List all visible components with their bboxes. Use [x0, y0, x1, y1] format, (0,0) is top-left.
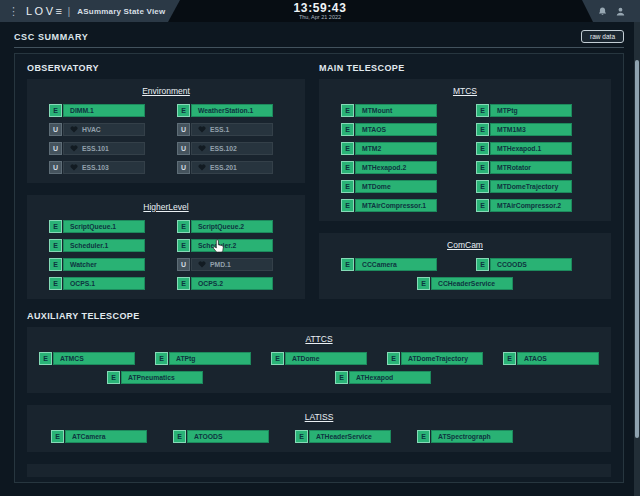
csc-chip[interactable]: UHVAC [49, 123, 145, 136]
csc-name: MTDomeTrajectory [490, 180, 572, 193]
csc-name: MTM1M3 [490, 123, 572, 136]
csc-chip[interactable]: EScheduler.1 [49, 239, 145, 252]
csc-state-badge: E [155, 352, 168, 365]
csc-name: PMD.1 [191, 258, 273, 271]
csc-name: MTAirCompressor.1 [355, 199, 437, 212]
csc-state-badge: U [49, 161, 62, 174]
kebab-menu-icon[interactable]: ⋮ [8, 0, 19, 22]
csc-chip[interactable]: EMTAirCompressor.1 [341, 199, 437, 212]
group-column: ECCCamera [341, 258, 466, 271]
csc-chip[interactable]: EMTAOS [341, 123, 437, 136]
csc-name: CCOODS [490, 258, 572, 271]
top-sections-grid: OBSERVATORYEnvironmentEDIMM.1UHVACUESS.1… [27, 63, 611, 311]
csc-state-badge: E [476, 161, 489, 174]
csc-chip[interactable]: EATCamera [51, 430, 147, 443]
csc-chip[interactable]: EOCPS.1 [49, 277, 145, 290]
csc-chip[interactable]: EMTHexapod.1 [476, 142, 572, 155]
csc-name: MTPtg [490, 104, 572, 117]
csc-state-badge: E [387, 352, 400, 365]
group-column: EWeatherStation.1UESS.1UESS.102UESS.201 [177, 104, 295, 174]
csc-name: OCPS.2 [191, 277, 273, 290]
csc-chip[interactable]: EScriptQueue.2 [177, 220, 273, 233]
section-title: AUXILIARY TELESCOPE [27, 311, 611, 321]
group-columns: EDIMM.1UHVACUESS.101UESS.103EWeatherStat… [37, 104, 295, 174]
csc-chip[interactable]: EATPneumatics [107, 371, 203, 384]
csc-chip[interactable]: EATDomeTrajectory [387, 352, 483, 365]
csc-chip[interactable]: ECCCamera [341, 258, 437, 271]
csc-name: ESS.201 [191, 161, 273, 174]
csc-state-badge: E [177, 277, 190, 290]
csc-chip[interactable]: EMTDome [341, 180, 437, 193]
csc-chip[interactable]: EMTM2 [341, 142, 437, 155]
csc-name-label: ESS.103 [82, 164, 109, 171]
heartbeat-lost-icon [198, 145, 206, 152]
csc-chip[interactable]: EDIMM.1 [49, 104, 145, 117]
csc-name: ATPtg [169, 352, 251, 365]
heartbeat-lost-icon [70, 145, 78, 152]
csc-chip[interactable]: EMTM1M3 [476, 123, 572, 136]
csc-state-badge: E [49, 277, 62, 290]
csc-chip[interactable]: UESS.201 [177, 161, 273, 174]
csc-chip[interactable]: ECCHeaderService [417, 277, 513, 290]
csc-state-badge: U [49, 142, 62, 155]
group-center-row: ECCHeaderService [329, 277, 601, 290]
section-auxiliary-telescope: AUXILIARY TELESCOPEATTCSEATMCSEATPtgEATD… [27, 311, 611, 452]
group-columns: EMTMountEMTAOSEMTM2EMTHexapod.2EMTDomeEM… [329, 104, 601, 212]
csc-name: ATOODS [187, 430, 269, 443]
heartbeat-lost-icon [198, 164, 206, 171]
csc-chip[interactable]: EATSpectrograph [417, 430, 513, 443]
group-title: HigherLevel [37, 202, 295, 212]
csc-chip[interactable]: EATPtg [155, 352, 251, 365]
csc-chip[interactable]: EScheduler.2 [177, 239, 273, 252]
csc-chip[interactable]: UESS.1 [177, 123, 273, 136]
raw-data-button[interactable]: raw data [581, 30, 624, 43]
csc-name-label: PMD.1 [210, 261, 231, 268]
csc-chip[interactable]: EATHexapod [335, 371, 431, 384]
bell-icon[interactable] [598, 7, 607, 16]
csc-name: ATHexapod [349, 371, 431, 384]
csc-group: ATTCSEATMCSEATPtgEATDomeEATDomeTrajector… [27, 327, 611, 393]
csc-group: ComCamECCCameraECCOODSECCHeaderService [319, 233, 611, 299]
app-title-tab: ⋮ LOV≡ | ASummary State View [0, 0, 180, 22]
csc-chip[interactable]: UESS.103 [49, 161, 145, 174]
page-header: CSC SUMMARY raw data [14, 30, 624, 48]
csc-state-badge: E [177, 220, 190, 233]
csc-chip[interactable]: EOCPS.2 [177, 277, 273, 290]
csc-chip[interactable]: EATDome [271, 352, 367, 365]
csc-chip[interactable]: UESS.102 [177, 142, 273, 155]
csc-chip[interactable]: EMTDomeTrajectory [476, 180, 572, 193]
csc-state-badge: E [51, 430, 64, 443]
csc-name: ATHeaderService [309, 430, 391, 443]
csc-chip[interactable]: EWatcher [49, 258, 145, 271]
csc-name: MTAirCompressor.2 [490, 199, 572, 212]
csc-chip[interactable]: EATMCS [39, 352, 135, 365]
csc-chip[interactable]: EATOODS [173, 430, 269, 443]
heartbeat-lost-icon [70, 126, 78, 133]
csc-chip[interactable]: EWeatherStation.1 [177, 104, 273, 117]
csc-name: MTHexapod.2 [355, 161, 437, 174]
csc-chip[interactable]: EScriptQueue.1 [49, 220, 145, 233]
love-logo: LOV≡ [26, 5, 64, 17]
csc-chip[interactable]: ECCOODS [476, 258, 572, 271]
csc-chip[interactable]: EMTRotator [476, 161, 572, 174]
csc-state-badge: U [177, 142, 190, 155]
csc-chip[interactable]: EMTMount [341, 104, 437, 117]
user-icon[interactable] [616, 7, 625, 16]
csc-chip[interactable]: EMTAirCompressor.2 [476, 199, 572, 212]
csc-name: Scheduler.1 [63, 239, 145, 252]
group-title: ATTCS [37, 334, 601, 344]
group-column: EScriptQueue.1EScheduler.1EWatcherEOCPS.… [49, 220, 167, 290]
csc-chip[interactable]: EMTHexapod.2 [341, 161, 437, 174]
scrollbar-thumb[interactable] [635, 60, 639, 438]
csc-name: ATSpectrograph [431, 430, 513, 443]
csc-name: ScriptQueue.2 [191, 220, 273, 233]
csc-chip[interactable]: UPMD.1 [177, 258, 273, 271]
csc-chip[interactable]: UESS.101 [49, 142, 145, 155]
csc-name: MTMount [355, 104, 437, 117]
csc-chip[interactable]: EMTPtg [476, 104, 572, 117]
csc-state-badge: U [177, 123, 190, 136]
csc-chip[interactable]: EATHeaderService [295, 430, 391, 443]
csc-chip[interactable]: EATAOS [503, 352, 599, 365]
vertical-scrollbar[interactable] [634, 22, 640, 496]
group-title: LATISS [37, 412, 601, 422]
